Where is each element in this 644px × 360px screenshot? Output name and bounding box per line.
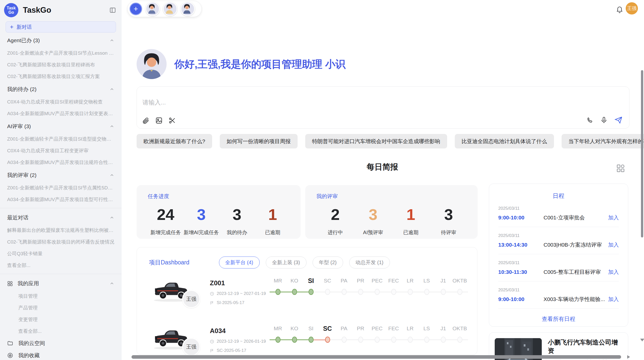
recent-chat-item[interactable]: C02-飞腾新能源轻客改款项目的闭环通告反馈情况: [0, 236, 122, 248]
app-title: TaskGo: [23, 6, 109, 15]
clock-icon: [210, 292, 214, 296]
user-avatar-label: 王强: [627, 5, 637, 12]
milestone-label: MR: [270, 277, 286, 285]
owner-badge: 王强: [182, 290, 200, 308]
apps-view-all[interactable]: 查看全部...: [0, 325, 122, 337]
suggestion-chip[interactable]: 欧洲新规最近颁布了什么?: [137, 134, 212, 148]
join-link[interactable]: 加入: [608, 296, 619, 303]
sidebar-item[interactable]: C02-飞腾新能源轻客改款项目立项汇报方案: [0, 71, 122, 82]
attachment-icon[interactable]: [142, 117, 150, 124]
notification-bell-icon[interactable]: [616, 6, 623, 13]
milestone-label: LS: [418, 325, 435, 333]
apps-grid-icon: [7, 281, 13, 287]
filter-chip-year-model[interactable]: 年型 (2): [313, 257, 343, 268]
new-chat-button[interactable]: + 新对话: [6, 21, 116, 33]
sidebar-item[interactable]: A034-全新新能源MUV产品开发项目计划变更表编写: [0, 108, 122, 119]
sidebar-item-cloud-space[interactable]: 我的云空间: [0, 337, 122, 349]
milestone-label: J1: [435, 325, 451, 333]
join-link[interactable]: 加入: [608, 241, 619, 248]
filter-chip-new-platform[interactable]: 全新平台 (4): [219, 257, 260, 268]
metric-label: AI预评审: [354, 229, 392, 236]
recent-chat-item[interactable]: 公司Q3轻卡销量: [0, 248, 122, 260]
sidebar-header: Task Go TaskGo: [0, 0, 122, 19]
event-time: 9:00-10:00: [498, 296, 538, 302]
join-link[interactable]: 加入: [608, 268, 619, 276]
metric-value: 1: [392, 205, 430, 223]
add-agent-button[interactable]: +: [129, 3, 142, 15]
agent-avatar[interactable]: [163, 2, 177, 16]
sidebar-section-my-apps[interactable]: 我的应用: [0, 277, 122, 290]
layout-grid-icon[interactable]: [616, 163, 626, 173]
sidebar-item[interactable]: Z001-全新燃油轻卡产品开发项目SI节点属性5D文件评审: [0, 182, 122, 194]
app-item-project-mgmt[interactable]: 项目管理: [0, 290, 122, 302]
sidebar-item[interactable]: A034-全新新能源MUV产品开发项目法规符合性评审: [0, 157, 122, 168]
scroll-right-arrow[interactable]: [627, 355, 630, 359]
metric-label: 已逾期: [392, 229, 430, 236]
recent-view-all[interactable]: 查看全部...: [0, 260, 122, 271]
sidebar-item[interactable]: C0X4-动力总成开发项目工程变更评审: [0, 145, 122, 157]
scroll-down-arrow[interactable]: [640, 339, 644, 341]
agent-avatar[interactable]: [145, 2, 160, 16]
schedule-event[interactable]: 2025/03/11 9:00-10:00 C001-立项审批会 加入: [498, 206, 619, 227]
news-title: 小鹏飞行汽车制造公司增资: [548, 338, 622, 355]
schedule-event[interactable]: 2025/03/11 10:30-11:30 C005-整车工程目标评审 加入: [498, 260, 619, 281]
join-link[interactable]: 加入: [608, 214, 619, 221]
image-upload-icon[interactable]: [155, 117, 163, 124]
suggestion-chip[interactable]: 当下年轻人对汽车外观有怎样的喜好趋势: [562, 134, 644, 148]
app-item-change-mgmt[interactable]: 变更管理: [0, 314, 122, 325]
project-row-a034[interactable]: 王强 A034 2023-12-19 ~ 2026-01-19 SC-2025-…: [137, 323, 477, 355]
vertical-scrollbar[interactable]: [641, 70, 643, 237]
main-area: + 王强 你好,王强,我是你的项目管理助理 小识: [122, 0, 644, 360]
divider: [498, 281, 619, 281]
sidebar: Task Go TaskGo + 新对话 Agent已办 (3) Z001-全新…: [0, 0, 122, 360]
sidebar-item[interactable]: C02-飞腾新能源轻客改款项目里程碑画布: [0, 59, 122, 71]
view-all-schedule-link[interactable]: 查看所有日程: [498, 315, 619, 323]
suggestion-chip[interactable]: 特朗普可能对进口汽车增税会对中国车企造成哪些影响: [305, 134, 447, 148]
project-dates: 2023-12-19 ~ 2027-01-19: [210, 291, 266, 296]
schedule-event[interactable]: 2025/03/11 9:00-10:00 X003-车辆动力学性能验... 加…: [498, 288, 619, 309]
clock-icon: [210, 339, 214, 344]
milestone-label: KO: [286, 325, 303, 333]
collapse-sidebar-icon[interactable]: [109, 7, 116, 13]
scissors-icon[interactable]: [168, 117, 176, 124]
project-row-z001[interactable]: 王强 Z001 2023-12-19 ~ 2027-01-19 SI-2025-…: [137, 276, 477, 316]
sidebar-section-my-todo[interactable]: 我的待办 (2): [0, 82, 122, 96]
section-title: 最近对话: [7, 214, 28, 221]
recent-chat-item[interactable]: 解释最新出台的欧盟报废车法规再生塑料比例被调至15%...: [0, 224, 122, 236]
milestone-tag: SC-2025-05-17: [217, 348, 246, 353]
project-code: Z001: [210, 279, 266, 287]
milestone-label: PR: [352, 277, 369, 285]
stat-card-task-progress: 任务进度 24新增完成任务 3新增AI完成任务 3我的待办 1已逾期: [137, 185, 301, 239]
user-avatar[interactable]: 王强: [626, 2, 638, 14]
app-item-product-mgmt[interactable]: 产品管理: [0, 302, 122, 314]
voice-call-icon[interactable]: [586, 116, 594, 124]
milestone-dot: [292, 337, 297, 343]
sidebar-section-ai-review[interactable]: AI评审 (3): [0, 119, 122, 133]
sidebar-item[interactable]: Z001-全新燃油皮卡产品开发项目SI节点Lesson Learn报告: [0, 47, 122, 59]
milestone-label: SC: [319, 325, 336, 333]
suggestion-chip[interactable]: 如何写一份清晰的项目周报: [220, 134, 298, 148]
milestone-dot: [309, 337, 314, 343]
microphone-icon[interactable]: [600, 116, 608, 124]
sidebar-item[interactable]: C0X4-动力总成开发项目SI里程碑提交物检查: [0, 96, 122, 108]
sidebar-section-agent-done[interactable]: Agent已办 (3): [0, 34, 122, 47]
sidebar-item[interactable]: Z001-全新燃油轻卡产品开发项目SI造型提交物评审: [0, 133, 122, 145]
milestone-dot: [375, 289, 380, 295]
filter-chip-powertrain[interactable]: 动总开发 (1): [349, 257, 390, 268]
agent-avatar[interactable]: [181, 2, 195, 16]
sidebar-section-recent-chats[interactable]: 最近对话: [0, 211, 122, 224]
schedule-title: 日程: [498, 192, 619, 200]
sidebar-section-my-review[interactable]: 我的评审 (2): [0, 168, 122, 182]
divider: [498, 308, 619, 309]
project-dashboard-card: 项目Dashboard 全新平台 (4) 全新上装 (3) 年型 (2) 动总开…: [137, 247, 477, 355]
schedule-event[interactable]: 2025/03/11 13:00-14:30 C003|H0B-方案冻结评审 加…: [498, 233, 619, 254]
filter-chip-new-body[interactable]: 全新上装 (3): [266, 257, 306, 268]
sidebar-item-favorites[interactable]: 我的收藏: [0, 349, 122, 360]
suggestion-chip[interactable]: 比亚迪全固态电池计划具体说了什么: [455, 134, 554, 148]
send-icon[interactable]: [614, 116, 623, 124]
sidebar-item[interactable]: A034-全新新能源MUV产品开发项目造型可行性评审: [0, 194, 122, 205]
milestone-dot: [391, 289, 396, 295]
chat-input[interactable]: [139, 95, 578, 118]
app-logo: Task Go: [4, 3, 18, 17]
horizontal-scrollbar[interactable]: [131, 355, 621, 359]
